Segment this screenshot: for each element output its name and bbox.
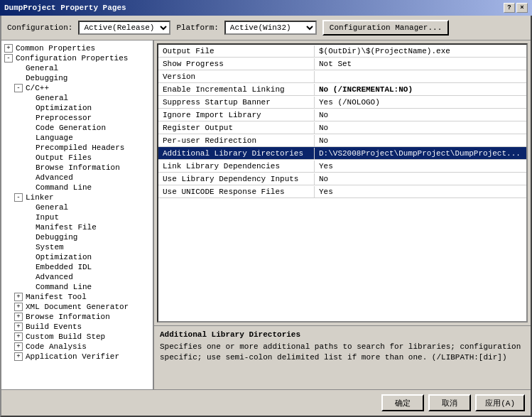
description-box: Additional Library Directories Specifies… — [154, 325, 531, 389]
props-row-use-lib-dep-inputs[interactable]: Use Library Dependency InputsNo — [158, 173, 526, 185]
platform-select[interactable]: Active(Win32) — [224, 21, 317, 35]
config-label: Configuration: — [7, 23, 72, 32]
tree-item-language[interactable]: Language — [1, 133, 153, 143]
config-select[interactable]: Active(Release) — [78, 21, 170, 35]
tree-item-label: Command Line — [36, 183, 92, 192]
tree-item-label: XML Document Generator — [26, 303, 129, 311]
props-name: Register Output — [158, 122, 315, 134]
props-row-use-unicode-resp[interactable]: Use UNICODE Response FilesYes — [158, 185, 526, 198]
help-button[interactable]: ? — [504, 3, 515, 13]
props-row-version[interactable]: Version — [158, 70, 526, 83]
props-row-show-progress[interactable]: Show ProgressNot Set — [158, 58, 526, 70]
tree-item-embedded-idl[interactable]: Embedded IDL — [1, 262, 153, 272]
expand-icon: + — [14, 323, 23, 331]
props-value: No — [315, 135, 526, 146]
expand-icon: + — [14, 303, 23, 311]
tree-item-label: Code Generation — [36, 124, 106, 132]
dialog-title: DumpProject Property Pages — [4, 4, 126, 12]
props-value: Yes (/NOLOGO) — [315, 97, 526, 108]
tree-item-linker-optimization[interactable]: Optimization — [1, 252, 153, 262]
tree-item-label: Application Verifier — [26, 352, 119, 361]
tree-item-label: Code Analysis — [26, 342, 87, 351]
props-name: Suppress Startup Banner — [158, 97, 315, 108]
tree-item-code-analysis[interactable]: +Code Analysis — [1, 342, 153, 352]
tree-item-linker-cmdline[interactable]: Command Line — [1, 282, 153, 292]
tree-item-browse-info-2[interactable]: +Browse Information — [1, 312, 153, 322]
tree-item-linker[interactable]: -Linker — [1, 193, 153, 202]
tree-item-advanced[interactable]: Advanced — [1, 173, 153, 183]
tree-item-manifest-file[interactable]: Manifest File — [1, 222, 153, 232]
config-manager-button[interactable]: Configuration Manager... — [322, 20, 449, 36]
tree-item-command-line[interactable]: Command Line — [1, 183, 153, 193]
tree-item-linker-general[interactable]: General — [1, 202, 153, 212]
props-name: Ignore Import Library — [158, 109, 315, 121]
collapse-icon: - — [14, 84, 23, 92]
props-value: No — [315, 122, 526, 134]
tree-item-label: Advanced — [36, 173, 73, 182]
tree-item-output-files[interactable]: Output Files — [1, 153, 153, 163]
tree-item-code-gen[interactable]: Code Generation — [1, 123, 153, 133]
props-row-incremental[interactable]: Enable Incremental LinkingNo (/INCREMENT… — [158, 83, 526, 96]
title-bar: DumpProject Property Pages ? × — [0, 0, 532, 16]
props-name: Use UNICODE Response Files — [158, 186, 315, 197]
expand-icon: + — [14, 342, 23, 351]
tree-item-app-verifier[interactable]: +Application Verifier — [1, 352, 153, 362]
apply-button[interactable]: 应用(A) — [475, 394, 525, 411]
tree-item-linker-debugging[interactable]: Debugging — [1, 232, 153, 242]
props-row-additional-lib-dirs[interactable]: Additional Library DirectoriesD:\VS2008P… — [158, 147, 526, 160]
tree-item-linker-input[interactable]: Input — [1, 212, 153, 222]
props-value: Yes — [315, 186, 526, 197]
tree-item-manifest-tool[interactable]: +Manifest Tool — [1, 292, 153, 302]
tree-item-general[interactable]: General — [1, 63, 153, 73]
tree-item-label: Embedded IDL — [36, 263, 92, 271]
tree-item-optimization[interactable]: Optimization — [1, 103, 153, 113]
props-name: Link Library Dependencies — [158, 161, 315, 172]
tree-item-label: Optimization — [36, 104, 92, 112]
tree-item-common-props[interactable]: +Common Properties — [1, 43, 153, 53]
close-button[interactable]: × — [516, 3, 528, 13]
props-row-suppress-banner[interactable]: Suppress Startup BannerYes (/NOLOGO) — [158, 96, 526, 109]
props-row-link-lib-deps[interactable]: Link Library DependenciesYes — [158, 160, 526, 173]
tree-item-label: Browse Information — [36, 163, 120, 172]
tree-item-label: General — [36, 203, 68, 212]
cancel-button[interactable]: 取消 — [428, 394, 471, 411]
tree-item-label: System — [36, 243, 64, 251]
tree-item-cpp[interactable]: -C/C++ — [1, 83, 153, 93]
title-bar-controls: ? × — [504, 3, 528, 13]
props-name: Additional Library Directories — [158, 148, 315, 159]
tree-item-system[interactable]: System — [1, 242, 153, 252]
tree-item-label: Language — [36, 134, 73, 142]
tree-item-label: Manifest File — [36, 223, 97, 232]
props-value: Not Set — [315, 58, 526, 70]
tree-item-label: Optimization — [36, 253, 92, 261]
tree-item-cpp-general[interactable]: General — [1, 93, 153, 103]
tree-item-label: Preprocessor — [36, 114, 92, 122]
tree-item-label: Linker — [26, 193, 54, 202]
tree-item-label: Configuration Properties — [16, 54, 128, 63]
tree-item-config-props[interactable]: -Configuration Properties — [1, 53, 153, 63]
tree-item-custom-build[interactable]: +Custom Build Step — [1, 332, 153, 342]
props-row-register-output[interactable]: Register OutputNo — [158, 121, 526, 134]
tree-item-build-events[interactable]: +Build Events — [1, 322, 153, 332]
main-dialog: Configuration: Active(Release) Platform:… — [0, 16, 532, 417]
desc-title: Additional Library Directories — [160, 330, 525, 339]
props-row-output-file[interactable]: Output File$(OutDir)\$(ProjectName).exe — [158, 45, 526, 58]
ok-button[interactable]: 确定 — [381, 394, 424, 411]
props-row-ignore-import[interactable]: Ignore Import LibraryNo — [158, 109, 526, 121]
expand-icon: + — [14, 352, 23, 361]
tree-item-label: Common Properties — [16, 44, 95, 53]
props-value: No (/INCREMENTAL:NO) — [315, 84, 526, 95]
tree-item-browse-info[interactable]: Browse Information — [1, 163, 153, 173]
tree-item-label: Advanced — [36, 273, 73, 281]
props-value: No — [315, 173, 526, 185]
tree-item-debugging[interactable]: Debugging — [1, 73, 153, 83]
tree-item-preprocessor[interactable]: Preprocessor — [1, 113, 153, 123]
expand-icon: + — [14, 332, 23, 341]
tree-item-precompiled[interactable]: Precompiled Headers — [1, 143, 153, 153]
content-area: +Common Properties-Configuration Propert… — [1, 40, 531, 389]
tree-item-linker-advanced[interactable]: Advanced — [1, 272, 153, 282]
tree-item-label: Browse Information — [26, 313, 110, 321]
tree-item-xml-doc-gen[interactable]: +XML Document Generator — [1, 302, 153, 312]
props-row-per-user[interactable]: Per-user RedirectionNo — [158, 134, 526, 147]
tree-item-label: Input — [36, 213, 59, 222]
